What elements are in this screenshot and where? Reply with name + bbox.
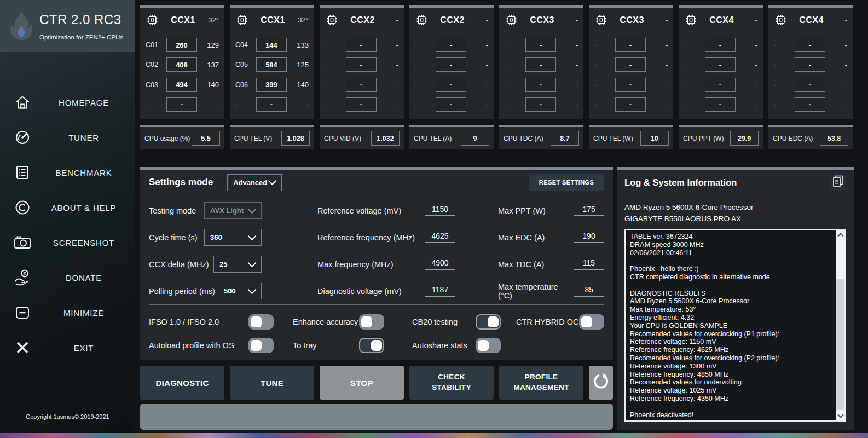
core-value-field[interactable]: - bbox=[525, 57, 556, 72]
core-value-field[interactable]: - bbox=[525, 97, 556, 112]
log-text[interactable]: TABLE ver. 3672324DRAM speed 3000 MHz02/… bbox=[626, 230, 836, 420]
ccx-core-row: C05584125 bbox=[230, 57, 314, 72]
core-value-field[interactable]: - bbox=[705, 78, 736, 92]
sidebar-item-benchmark[interactable]: BENCHMARK bbox=[0, 155, 135, 190]
input-diagnostic-voltage-mv[interactable]: 1187 bbox=[425, 285, 455, 297]
toggle-field: IFSO 1.0 / IFSO 2.0 bbox=[149, 314, 274, 330]
core-value-field[interactable]: - bbox=[795, 97, 825, 112]
core-value-field[interactable]: 260 bbox=[166, 38, 197, 52]
check-stability-button[interactable]: CHECK STABILITY bbox=[409, 366, 494, 400]
sidebar-item-exit[interactable]: EXIT bbox=[0, 330, 135, 365]
core-value-field[interactable]: - bbox=[705, 57, 736, 72]
profile-management-button[interactable]: PROFILE MANAGEMENT bbox=[499, 366, 583, 400]
core-value-field[interactable]: - bbox=[436, 57, 466, 72]
log-scrollbar[interactable] bbox=[836, 230, 845, 420]
toggle-ctr-hybrid-oc[interactable] bbox=[579, 314, 604, 330]
stat-value: 1.032 bbox=[371, 131, 400, 146]
log-textbox[interactable]: TABLE ver. 3672324DRAM speed 3000 MHz02/… bbox=[624, 229, 846, 422]
core-label: - bbox=[774, 61, 790, 68]
setting-label: Max frequency (MHz) bbox=[317, 260, 394, 269]
core-value-field[interactable]: - bbox=[525, 38, 556, 52]
toggle-autoshare-stats[interactable] bbox=[476, 338, 501, 353]
ccx-core-row: C04144133 bbox=[230, 38, 314, 52]
core-value-field[interactable]: 408 bbox=[166, 57, 197, 72]
core-value-field[interactable]: - bbox=[525, 78, 556, 92]
core-score: - bbox=[576, 80, 578, 89]
dropdown-testing-mode[interactable]: AVX Light bbox=[204, 202, 262, 219]
action-buttons-row: DIAGNOSTICTUNESTOPCHECK STABILITYPROFILE… bbox=[140, 366, 613, 400]
core-value-field[interactable]: - bbox=[256, 97, 287, 112]
cpu-stat-panel: CPU EDC (A)53.8 bbox=[768, 125, 853, 149]
core-value-field[interactable]: - bbox=[436, 97, 466, 112]
sidebar-item-about-help[interactable]: ABOUT & HELP bbox=[0, 190, 135, 225]
core-value-field[interactable]: - bbox=[615, 78, 646, 92]
toggle-to-tray[interactable] bbox=[359, 338, 384, 353]
core-value-field[interactable]: - bbox=[795, 57, 825, 72]
dropdown-ccx-delta-mhz[interactable]: 25 bbox=[213, 256, 262, 273]
input-max-frequency-mhz[interactable]: 4900 bbox=[425, 258, 455, 270]
core-value-field[interactable]: - bbox=[436, 38, 466, 52]
sidebar-item-donate[interactable]: $DONATE bbox=[0, 260, 135, 295]
toggle-cb20-testing[interactable] bbox=[476, 314, 501, 330]
core-value-field[interactable]: 144 bbox=[256, 38, 287, 52]
input-max-tdc-a[interactable]: 115 bbox=[574, 258, 604, 270]
scroll-down-arrow[interactable] bbox=[836, 411, 845, 420]
core-value-field[interactable]: - bbox=[615, 38, 646, 52]
diagnostic-button[interactable]: DIAGNOSTIC bbox=[140, 366, 224, 400]
setting-field: Max EDC (A)190 bbox=[498, 232, 604, 243]
tune-button[interactable]: TUNE bbox=[230, 366, 314, 400]
sidebar-menu: HOMEPAGETUNERBENCHMARKABOUT & HELPSCREEN… bbox=[0, 85, 135, 365]
setting-label: Max temperature (°C) bbox=[498, 283, 574, 300]
core-value-field[interactable]: - bbox=[615, 97, 646, 112]
sidebar-item-homepage[interactable]: HOMEPAGE bbox=[0, 85, 135, 120]
core-value-field[interactable]: - bbox=[166, 97, 197, 112]
core-value-field[interactable]: - bbox=[346, 38, 377, 52]
toggle-enhance-accuracy[interactable] bbox=[359, 314, 384, 330]
core-value-field[interactable]: - bbox=[436, 78, 466, 92]
core-value-field[interactable]: - bbox=[346, 78, 377, 92]
core-value-field[interactable]: 399 bbox=[256, 78, 287, 92]
ccx-core-row: --- bbox=[589, 97, 673, 112]
setting-label: Testing mode bbox=[149, 206, 196, 215]
ccx-core-row: --- bbox=[320, 57, 404, 72]
input-reference-frequency-mhz[interactable]: 4625 bbox=[425, 232, 455, 243]
cpu-stat-body: CPU PPT (W)29.9 bbox=[679, 127, 763, 149]
ccx-temperature: - bbox=[745, 16, 757, 24]
core-value-field[interactable]: - bbox=[705, 97, 736, 112]
cpu-stat-body: CPU EDC (A)53.8 bbox=[768, 127, 853, 149]
sidebar-item-screenshot[interactable]: SCREENSHOT bbox=[0, 225, 135, 260]
input-reference-voltage-mv[interactable]: 1150 bbox=[425, 205, 455, 216]
settings-mode-dropdown[interactable]: Advanced bbox=[227, 174, 282, 191]
core-score: - bbox=[755, 100, 757, 108]
core-value-field[interactable]: - bbox=[346, 57, 377, 72]
sidebar-item-minimize[interactable]: MINIMIZE bbox=[0, 295, 135, 330]
core-value-field[interactable]: - bbox=[346, 97, 377, 112]
core-value-field[interactable]: - bbox=[795, 38, 825, 52]
scrollbar-thumb[interactable] bbox=[836, 279, 844, 410]
copy-pages-icon bbox=[832, 175, 844, 190]
stop-button[interactable]: STOP bbox=[320, 366, 404, 400]
core-value-field[interactable]: - bbox=[795, 78, 825, 92]
sidebar-item-tuner[interactable]: TUNER bbox=[0, 120, 135, 155]
setting-field: Polling period (ms)500 bbox=[149, 283, 262, 299]
toggle-ifso-1-0-ifso-2-0[interactable] bbox=[248, 314, 274, 330]
input-max-edc-a[interactable]: 190 bbox=[574, 232, 604, 243]
core-value-field[interactable]: 584 bbox=[256, 57, 287, 72]
cpu-stat-panel: CPU TDC (A)8.7 bbox=[499, 125, 583, 149]
input-max-temperature-c[interactable]: 85 bbox=[574, 285, 604, 297]
refresh-button[interactable] bbox=[589, 366, 613, 400]
toggle-autoload-profile-with-os[interactable] bbox=[248, 338, 274, 353]
dropdown-cycle-time-s[interactable]: 360 bbox=[204, 229, 262, 246]
core-value-field[interactable]: - bbox=[705, 38, 736, 52]
scroll-up-arrow[interactable] bbox=[836, 230, 845, 240]
dropdown-polling-period-ms[interactable]: 500 bbox=[218, 283, 262, 299]
toggle-row: IFSO 1.0 / IFSO 2.0Enhance accuracyCB20 … bbox=[140, 312, 613, 331]
core-value-field[interactable]: 494 bbox=[166, 78, 197, 92]
copy-log-button[interactable] bbox=[830, 174, 846, 191]
reset-settings-button[interactable]: RESET SETTINGS bbox=[529, 174, 604, 191]
setting-label: Max EDC (A) bbox=[498, 233, 545, 242]
setting-label: Max TDC (A) bbox=[498, 260, 544, 269]
core-value-field[interactable]: - bbox=[615, 57, 646, 72]
ccx-core-row: --- bbox=[320, 38, 404, 52]
input-max-ppt-w[interactable]: 175 bbox=[574, 205, 604, 216]
